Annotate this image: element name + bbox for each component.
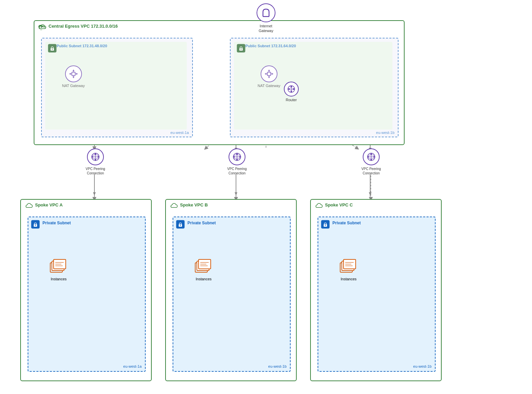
router: Router (284, 82, 299, 102)
lock-icon-c (321, 220, 330, 229)
svg-marker-35 (72, 69, 75, 71)
cloud-icon-central (38, 23, 47, 30)
peering-label-3-line1: VPC Peering (361, 167, 381, 171)
az-label-right: eu-west-1b (376, 131, 394, 135)
spoke-vpc-a: Spoke VPC A Private Subnet (20, 199, 152, 381)
private-subnet-b: Private Subnet Instances eu-west-1b (173, 217, 291, 372)
svg-rect-33 (72, 72, 75, 76)
svg-marker-47 (268, 69, 270, 71)
svg-marker-51 (265, 73, 266, 75)
az-label-spoke-c: eu-west-1b (413, 364, 432, 368)
central-vpc-label: Central Egress VPC 172.31.0.0/16 (49, 24, 118, 29)
svg-marker-24 (369, 192, 372, 196)
spoke-vpc-b-label: Spoke VPC B (180, 202, 208, 207)
peering-label-1-line2: Connection (87, 171, 104, 175)
lock-icon-left (48, 44, 57, 53)
az-label-spoke-a: eu-west-1a (123, 364, 142, 368)
instances-a: Instances (49, 258, 69, 281)
spoke-vpc-c: Spoke VPC C Private Subnet (310, 199, 442, 381)
svg-point-44 (241, 49, 242, 50)
internet-gateway-label-line2: Gateway (259, 28, 273, 33)
peering-connection-2: VPC Peering Connection (225, 148, 249, 175)
peering-icon-2 (229, 148, 245, 165)
svg-marker-22 (235, 192, 237, 196)
private-subnet-a-label: Private Subnet (42, 221, 71, 225)
peering-icon-1 (87, 148, 104, 165)
internet-gateway-icon (257, 3, 275, 22)
router-label: Router (286, 98, 297, 102)
nat-gateway-right: NAT Gateway (258, 65, 280, 88)
private-subnet-c-label: Private Subnet (332, 221, 361, 225)
nat-gateway-left: NAT Gateway (62, 65, 85, 88)
svg-marker-49 (268, 77, 270, 78)
lock-icon-right (237, 44, 245, 53)
svg-rect-45 (267, 72, 271, 76)
subnet-label-right: Public Subnet 172.31.64.0/20 (245, 44, 296, 48)
subnet-label-left: Public Subnet 172.31.48.0/20 (57, 44, 107, 48)
subnet-box-left: Public Subnet 172.31.48.0/20 (45, 42, 187, 130)
peering-connection-1: VPC Peering Connection (84, 148, 107, 175)
az-label-left: eu-west-1a (171, 131, 189, 135)
peering-label-3-line2: Connection (363, 171, 380, 175)
az-label-spoke-b: eu-west-1b (268, 364, 287, 368)
svg-marker-53 (272, 73, 273, 75)
svg-marker-37 (72, 77, 75, 78)
subnet-box-right: Public Subnet 172.31.64.0/20 (234, 42, 392, 130)
peering-label-1-line1: VPC Peering (86, 167, 105, 171)
peering-label-2-line1: VPC Peering (227, 167, 247, 171)
nat-gateway-right-label: NAT Gateway (258, 84, 280, 88)
cloud-icon-b (169, 202, 178, 209)
nat-gateway-left-icon (65, 65, 82, 82)
instances-c-label: Instances (341, 277, 356, 281)
peering-connection-3: VPC Peering Connection (359, 148, 383, 175)
svg-point-94 (180, 225, 181, 226)
private-subnet-c: Private Subnet Instances eu-west-1b (318, 217, 436, 372)
az-box-right: Public Subnet 172.31.64.0/20 (230, 38, 398, 137)
svg-marker-41 (76, 73, 78, 75)
spoke-vpc-c-label: Spoke VPC C (325, 202, 353, 207)
svg-point-85 (35, 225, 36, 226)
svg-point-32 (52, 49, 53, 50)
nat-gateway-left-label: NAT Gateway (62, 84, 85, 88)
svg-marker-20 (93, 192, 96, 196)
internet-gateway: Internet Gateway (254, 3, 278, 33)
diagram-container: Central Egress VPC 172.31.0.0/16 Public … (0, 0, 532, 394)
instances-a-label: Instances (51, 277, 66, 281)
instances-b-label: Instances (196, 277, 211, 281)
private-subnet-b-label: Private Subnet (187, 221, 216, 225)
router-icon (284, 82, 299, 96)
spoke-vpc-b: Spoke VPC B Private Subnet (165, 199, 297, 381)
instances-c: Instances (338, 258, 359, 281)
instances-b: Instances (194, 258, 214, 281)
cloud-icon-c (314, 202, 323, 209)
spoke-vpc-a-label: Spoke VPC A (35, 202, 63, 207)
svg-marker-39 (69, 73, 71, 75)
private-subnet-a: Private Subnet Instances eu-west-1a (28, 217, 146, 372)
svg-point-103 (325, 225, 326, 226)
central-vpc-box: Central Egress VPC 172.31.0.0/16 Public … (34, 20, 405, 145)
lock-icon-b (176, 220, 185, 229)
cloud-icon-a (24, 202, 33, 209)
peering-label-2-line2: Connection (229, 171, 246, 175)
lock-icon-a (31, 220, 40, 229)
peering-icon-3 (363, 148, 380, 165)
internet-gateway-label-line1: Internet (260, 24, 272, 28)
az-box-left: Public Subnet 172.31.48.0/20 (41, 38, 193, 137)
nat-gateway-right-icon (261, 65, 277, 82)
